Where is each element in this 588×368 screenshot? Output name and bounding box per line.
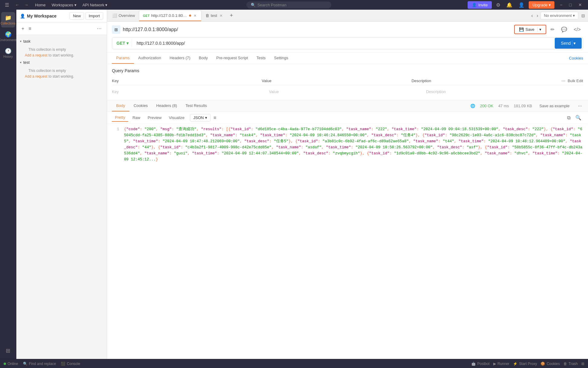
start-proxy[interactable]: ⚡ Start Proxy bbox=[513, 362, 537, 366]
resp-tab-cookies[interactable]: Cookies bbox=[129, 100, 152, 111]
tab-nav-right[interactable]: › bbox=[535, 12, 539, 20]
collection-arrow-test: ▾ bbox=[20, 61, 21, 64]
tab-pre-request-script[interactable]: Pre-request Script bbox=[212, 53, 252, 64]
tab-test[interactable]: 🗑 test ✕ bbox=[201, 10, 227, 21]
collection-content-test: This collection is empty Add a request t… bbox=[16, 66, 107, 80]
console-icon: ⬛ bbox=[61, 362, 65, 366]
cookies-icon: 🍪 bbox=[541, 362, 545, 366]
new-button[interactable]: New bbox=[70, 12, 84, 20]
cookies-statusbar[interactable]: 🍪 Cookies bbox=[541, 362, 560, 366]
runner[interactable]: ▶ Runner bbox=[493, 362, 509, 366]
format-selector[interactable]: JSON ▾ bbox=[190, 114, 211, 121]
format-tab-preview[interactable]: Preview bbox=[145, 114, 165, 121]
collection-header-task[interactable]: ▾ task bbox=[16, 37, 107, 45]
param-value-input[interactable] bbox=[269, 89, 423, 94]
back-button[interactable]: ← bbox=[13, 2, 21, 8]
collection-header-test[interactable]: ▾ test bbox=[16, 59, 107, 66]
save-dropdown-arrow[interactable]: ▾ bbox=[537, 27, 541, 32]
tab-method-get: GET bbox=[143, 14, 150, 18]
more-params-icon[interactable]: ⋯ bbox=[561, 79, 565, 83]
format-tab-visualize[interactable]: Visualize bbox=[166, 114, 188, 121]
response-more-button[interactable]: ⋯ bbox=[577, 104, 583, 108]
import-button[interactable]: Import bbox=[85, 12, 103, 20]
environment-selector[interactable]: No environment ▾ bbox=[541, 12, 578, 19]
tab-headers[interactable]: Headers (7) bbox=[165, 53, 195, 64]
close-button[interactable]: ✕ bbox=[575, 1, 585, 8]
add-collection-button[interactable]: + bbox=[20, 25, 26, 32]
edit-button[interactable]: ✏ bbox=[548, 25, 557, 34]
notifications-button[interactable]: 🔔 bbox=[505, 1, 514, 9]
upgrade-button[interactable]: Upgrade ▾ bbox=[529, 1, 554, 9]
format-actions: ⧉ 🔍 bbox=[565, 114, 583, 122]
resp-tab-test-results[interactable]: Test Results bbox=[181, 100, 211, 111]
api-network-menu-item[interactable]: API Network ▾ bbox=[80, 2, 110, 8]
minimize-button[interactable]: − bbox=[557, 1, 565, 8]
workspaces-menu-item[interactable]: Workspaces ▾ bbox=[49, 2, 79, 8]
status-bar: Online 🔍 Find and replace ⬛ Console 🤖 Po… bbox=[0, 359, 588, 368]
tab-close-test[interactable]: ✕ bbox=[219, 13, 224, 18]
invite-icon: 👤 bbox=[472, 3, 477, 7]
filter-response-button[interactable]: ≡ bbox=[212, 114, 218, 122]
filter-collections-button[interactable]: ≡ bbox=[27, 25, 33, 32]
add-request-link-test[interactable]: Add a request bbox=[25, 74, 47, 79]
param-desc-input[interactable] bbox=[426, 89, 581, 94]
tab-overview[interactable]: ⬜ Overview bbox=[108, 10, 139, 21]
url-input[interactable] bbox=[134, 41, 553, 46]
tab-close-get[interactable]: ✕ bbox=[193, 13, 198, 18]
query-params-title: Query Params bbox=[112, 68, 583, 73]
tab-settings[interactable]: Settings bbox=[270, 53, 292, 64]
json-line-1: 1 {"code": "200", "msg": "查询成功", "result… bbox=[112, 126, 583, 163]
comment-button[interactable]: 💬 bbox=[559, 25, 570, 34]
collection-empty-task: This collection is empty bbox=[25, 46, 107, 53]
grid-statusbar[interactable]: ⊞ bbox=[581, 362, 584, 366]
format-tab-raw[interactable]: Raw bbox=[129, 114, 143, 121]
trash-statusbar[interactable]: 🗑 Trash bbox=[564, 362, 578, 366]
resp-tab-headers[interactable]: Headers (8) bbox=[152, 100, 181, 111]
more-options-button[interactable]: ⋯ bbox=[95, 25, 103, 32]
sidebar-item-history[interactable]: 🕐 History bbox=[1, 45, 15, 61]
postbot[interactable]: 🤖 Postbot bbox=[471, 362, 490, 366]
settings-button[interactable]: ⚙ bbox=[494, 1, 502, 9]
tab-nav-left[interactable]: ‹ bbox=[530, 12, 534, 20]
tab-body[interactable]: Body bbox=[194, 53, 212, 64]
status-ok: 200 OK bbox=[480, 104, 493, 108]
format-tab-pretty[interactable]: Pretty bbox=[112, 114, 128, 122]
find-replace[interactable]: 🔍 Find and replace bbox=[23, 362, 56, 366]
forward-button[interactable]: → bbox=[22, 2, 30, 8]
copy-response-button[interactable]: ⧉ bbox=[565, 114, 572, 122]
bulk-edit-button[interactable]: Bulk Edit bbox=[568, 79, 583, 83]
sidebar-item-collections[interactable]: 📁 Collections bbox=[1, 12, 15, 27]
line-number-1: 1 bbox=[112, 126, 119, 163]
menu-button[interactable]: ☰ bbox=[3, 1, 11, 9]
tab-authorization[interactable]: Authorization bbox=[134, 53, 165, 64]
tab-params[interactable]: Params bbox=[112, 53, 134, 64]
home-menu-item[interactable]: Home bbox=[33, 2, 48, 8]
online-status[interactable]: Online bbox=[4, 362, 18, 366]
layout-button[interactable]: ⊟ bbox=[580, 12, 587, 19]
invite-button[interactable]: 👤 Invite bbox=[468, 1, 492, 9]
resp-tab-body[interactable]: Body bbox=[112, 100, 129, 111]
request-tabs: Params Authorization Headers (7) Body Pr… bbox=[107, 53, 588, 64]
avatar-button[interactable]: 👤 bbox=[517, 1, 526, 9]
search-response-button[interactable]: 🔍 bbox=[573, 114, 583, 122]
sidebar-item-apis[interactable]: ⊞ bbox=[1, 345, 15, 357]
maximize-button[interactable]: □ bbox=[566, 1, 575, 8]
tab-tests[interactable]: Tests bbox=[252, 53, 270, 64]
sidebar-item-environments[interactable]: 🌍 Environments bbox=[1, 29, 15, 44]
send-button[interactable]: Send ▾ bbox=[555, 38, 582, 49]
response-status: 🌐 200 OK 47 ms 181.09 KB Save as example… bbox=[470, 102, 583, 109]
search-input[interactable] bbox=[257, 3, 318, 7]
method-selector[interactable]: GET ▾ bbox=[113, 39, 132, 47]
tab-add-button[interactable]: + bbox=[227, 11, 236, 20]
param-key-input[interactable] bbox=[112, 89, 266, 94]
tab-get-request[interactable]: GET http://127.0.0.1:8000/ap ✕ bbox=[139, 10, 201, 21]
cookies-link[interactable]: Cookies bbox=[569, 53, 583, 63]
add-request-link-task[interactable]: Add a request bbox=[25, 53, 47, 57]
save-button[interactable]: 💾 Save ▾ bbox=[514, 25, 546, 34]
collection-add-test: Add a request to start working. bbox=[25, 74, 107, 79]
console[interactable]: ⬛ Console bbox=[61, 362, 80, 366]
save-example-button[interactable]: Save as example bbox=[537, 102, 572, 109]
add-suffix-task: to start working. bbox=[48, 53, 74, 57]
search-bar[interactable]: 🔍 bbox=[247, 2, 331, 8]
code-button[interactable]: </> bbox=[571, 25, 583, 34]
